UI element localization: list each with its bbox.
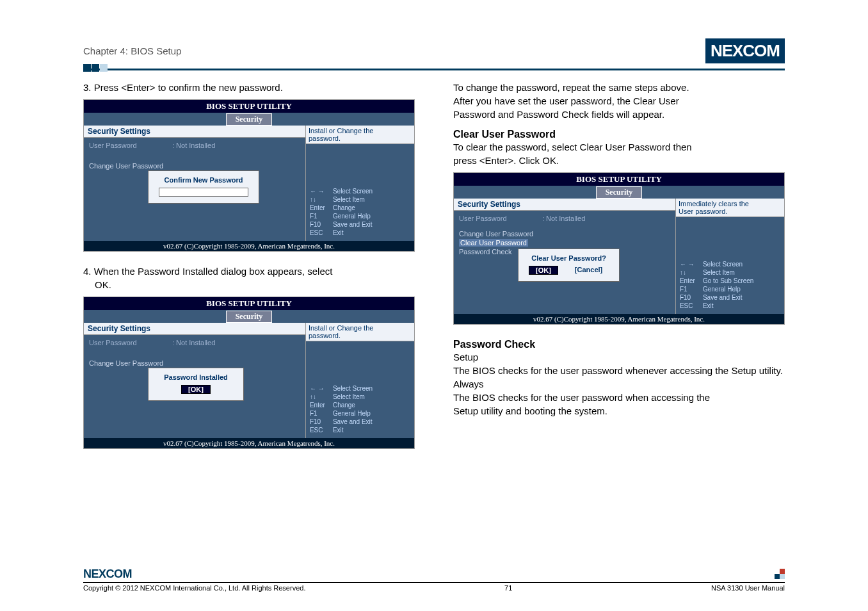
bios-title: BIOS SETUP UTILITY bbox=[454, 173, 784, 186]
bios-copyright: v02.67 (C)Copyright 1985-2009, American … bbox=[84, 241, 414, 251]
bios-copyright: v02.67 (C)Copyright 1985-2009, American … bbox=[84, 438, 414, 448]
dialog-title: Clear User Password? bbox=[531, 254, 606, 262]
clear-user-password-item: Clear User Password bbox=[459, 239, 528, 247]
clear-password-dialog: Clear User Password? [OK] [Cancel] bbox=[518, 248, 620, 282]
manual-name: NSA 3130 User Manual bbox=[711, 584, 785, 592]
clear-pw-text-1: To clear the password, select Clear User… bbox=[453, 142, 785, 152]
dialog-title: Confirm New Password bbox=[165, 176, 243, 184]
bios-title: BIOS SETUP UTILITY bbox=[84, 297, 414, 310]
pc-always-text-2: Setup utility and booting the system. bbox=[453, 405, 785, 416]
bios-help-text: Immediately clears theUser password. bbox=[676, 199, 784, 217]
bios-screenshot-confirm-password: BIOS SETUP UTILITY Security Security Set… bbox=[83, 99, 415, 252]
bios-screenshot-password-installed: BIOS SETUP UTILITY Security Security Set… bbox=[83, 297, 415, 449]
step-4-text-b: OK. bbox=[95, 279, 415, 290]
step-3-text: 3. Press <Enter> to confirm the new pass… bbox=[83, 82, 415, 93]
user-password-label: User Password bbox=[459, 215, 542, 222]
bios-tab-security: Security bbox=[226, 113, 273, 126]
bios-screenshot-clear-password: BIOS SETUP UTILITY Security Security Set… bbox=[453, 172, 785, 325]
page-number: 71 bbox=[504, 584, 512, 592]
footer-logo: NEXCOM bbox=[83, 567, 132, 581]
pc-setup-text: The BIOS checks for the user password wh… bbox=[453, 365, 785, 376]
change-pw-text-2: After you have set the user password, th… bbox=[453, 95, 785, 106]
change-pw-text-1: To change the password, repeat the same … bbox=[453, 82, 785, 93]
ok-button[interactable]: [OK] bbox=[529, 266, 558, 275]
change-user-password-item: Change User Password bbox=[89, 359, 300, 367]
bios-copyright: v02.67 (C)Copyright 1985-2009, American … bbox=[454, 314, 784, 324]
ok-button[interactable]: [OK] bbox=[181, 385, 211, 394]
bios-tab-security: Security bbox=[226, 311, 273, 323]
footer-copyright: Copyright © 2012 NEXCOM International Co… bbox=[83, 584, 305, 592]
user-password-value: : Not Installed bbox=[542, 215, 585, 222]
pc-setup-label: Setup bbox=[453, 352, 785, 363]
password-check-heading: Password Check bbox=[453, 339, 785, 350]
confirm-password-dialog: Confirm New Password bbox=[148, 170, 259, 204]
decorative-squares bbox=[83, 64, 108, 72]
change-pw-text-3: Password and Password Check fields will … bbox=[453, 109, 785, 120]
nexcom-logo: NEXCOM bbox=[705, 38, 785, 63]
step-4-text: 4. When the Password Installed dialog bo… bbox=[83, 266, 415, 277]
change-user-password-item: Change User Password bbox=[89, 162, 300, 170]
pc-always-text-1: The BIOS checks for the user password wh… bbox=[453, 392, 785, 403]
bios-nav-keys: ← →Select Screen ↑↓Select Item EnterChan… bbox=[310, 187, 410, 237]
dialog-title: Password Installed bbox=[164, 373, 228, 381]
bios-nav-keys: ← →Select Screen ↑↓Select Item EnterGo t… bbox=[680, 260, 780, 310]
user-password-value: : Not Installed bbox=[172, 142, 215, 149]
pc-always-label: Always bbox=[453, 379, 785, 389]
bios-help-text: Install or Change thepassword. bbox=[306, 126, 414, 144]
bios-title: BIOS SETUP UTILITY bbox=[84, 100, 414, 113]
bios-section-title: Security Settings bbox=[84, 323, 305, 335]
user-password-label: User Password bbox=[89, 142, 172, 149]
bios-nav-keys: ← →Select Screen ↑↓Select Item EnterChan… bbox=[310, 384, 410, 434]
bios-help-text: Install or Change thepassword. bbox=[306, 323, 414, 341]
bios-section-title: Security Settings bbox=[454, 199, 675, 211]
chapter-label: Chapter 4: BIOS Setup bbox=[83, 45, 181, 56]
logo-text: NEXCOM bbox=[705, 38, 785, 63]
change-user-password-item: Change User Password bbox=[459, 230, 670, 238]
clear-pw-text-2: press <Enter>. Click OK. bbox=[453, 155, 785, 166]
password-installed-dialog: Password Installed [OK] bbox=[148, 368, 244, 401]
user-password-label: User Password bbox=[89, 339, 172, 346]
cancel-button[interactable]: [Cancel] bbox=[568, 266, 609, 275]
bios-tab-security: Security bbox=[596, 186, 643, 199]
bios-section-title: Security Settings bbox=[84, 126, 305, 138]
password-input[interactable] bbox=[159, 188, 248, 197]
user-password-value: : Not Installed bbox=[172, 339, 215, 346]
clear-user-password-heading: Clear User Password bbox=[453, 129, 785, 140]
